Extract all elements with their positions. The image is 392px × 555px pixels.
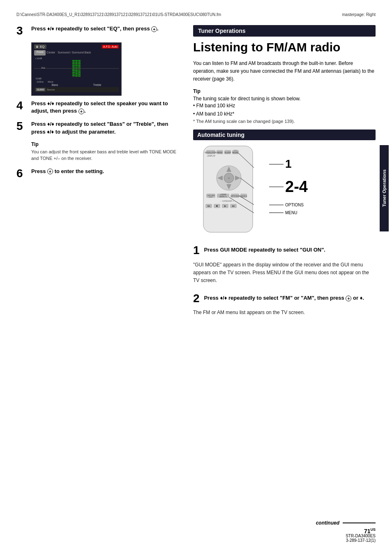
step-5: 5 Press ♦/♦ repeatedly to select "Bass" …	[16, 120, 181, 135]
right-tip-item-2: AM band 10 kHz*	[193, 110, 376, 118]
step-3-number: 3	[16, 25, 28, 37]
eq-auto: A.F.D. Auto	[102, 45, 119, 49]
sub-section-header: Automatic tuning	[193, 130, 376, 140]
page-footer: continued 71US	[316, 520, 376, 534]
eq-label: EQ	[40, 45, 45, 49]
svg-text:⏮: ⏮	[208, 205, 210, 207]
label-options: OPTIONS	[285, 203, 304, 207]
eq-bal-label: Bal	[42, 67, 45, 69]
eq-source-bar: SURR Source	[34, 87, 119, 92]
svg-text:MODE: MODE	[233, 151, 239, 154]
eq-8khz: 8kHz	[48, 81, 53, 83]
svg-text:+DISPLAY: +DISPLAY	[207, 155, 215, 157]
svg-text:⏹: ⏹	[216, 205, 218, 207]
eq-source-label: SURR	[36, 88, 45, 91]
eq-screen: EQ A.F.D. Auto Front Center Surround / S…	[31, 42, 122, 96]
eq-tab-front: Front	[34, 50, 46, 56]
section-intro: You can listen to FM and AM broadcasts t…	[193, 60, 376, 83]
remote-control-svg: RESOLUTION WIDE SLEEP MODE GUI +DISPLAY	[193, 145, 265, 236]
eq-plus-label: +10dB	[35, 57, 42, 60]
right-step-2-title: Press ♦/♦ repeatedly to select "FM" or "…	[204, 295, 364, 301]
right-step-2-num: 2	[193, 292, 200, 305]
eq-treble-label: Treble	[93, 83, 101, 86]
eq-100hz: 100Hz	[37, 81, 44, 83]
step-6: 6 Press + to enter the setting.	[16, 168, 181, 179]
right-column: Tuner Operations Listening to FM/AM radi…	[193, 25, 376, 322]
right-steps: 1 Press GUI MODE repeatedly to select "G…	[193, 242, 376, 317]
svg-text:⏭: ⏭	[232, 205, 235, 207]
label-menu-line	[269, 213, 284, 213]
eq-bars-area: +10dB Bal -10dB	[34, 57, 119, 80]
eq-header: EQ A.F.D. Auto	[34, 44, 119, 49]
circle-plus-icon-6: +	[47, 169, 53, 174]
svg-text:MENU ▸: MENU ▸	[219, 196, 227, 198]
step-6-content: Press + to enter the setting.	[31, 168, 181, 179]
step-4: 4 Press ♦/♦ repeatedly to select the spe…	[16, 100, 181, 115]
right-step-1-title: Press GUI MODE repeatedly to select "GUI…	[204, 247, 325, 253]
right-tip-section: Tip The tuning scale for direct tuning i…	[193, 88, 376, 124]
top-meta: D:\Cannes\STR-DA3400ES_U_R1\3289137121\3…	[16, 12, 376, 17]
step-4-title: Press ♦/♦ repeatedly to select the speak…	[31, 100, 181, 115]
svg-text:OPTIONS: OPTIONS	[231, 195, 240, 197]
svg-text:GUI: GUI	[234, 149, 237, 151]
circle-plus-icon-4: +	[78, 109, 84, 114]
circle-plus-icon: +	[151, 26, 157, 32]
left-tip-box: Tip You can adjust the front speaker bas…	[31, 141, 181, 162]
right-step-2-body: The FM or AM menu list appears on the TV…	[193, 309, 376, 317]
step-6-title: Press + to enter the setting.	[31, 168, 181, 175]
remote-svg: RESOLUTION WIDE SLEEP MODE GUI +DISPLAY	[193, 145, 265, 236]
eq-tab-surround: Surround / Surround Back	[58, 50, 91, 56]
label-menu: MENU	[285, 210, 297, 215]
eq-bar-3b	[78, 71, 81, 77]
eq-icon: EQ	[34, 44, 46, 49]
label-menu-row: MENU	[269, 210, 308, 215]
step-6-number: 6	[16, 168, 28, 179]
step-4-number: 4	[16, 100, 28, 115]
remote-area: RESOLUTION WIDE SLEEP MODE GUI +DISPLAY	[193, 145, 376, 236]
svg-text:← CATEGORY +: ← CATEGORY +	[220, 200, 234, 202]
right-tip-note: * The AM tuning scale can be changed (pa…	[193, 119, 376, 124]
label-1: 1	[285, 157, 292, 171]
page-sup: US	[370, 527, 376, 532]
page-container: D:\Cannes\STR-DA3400ES_U_R1\3289137121\3…	[0, 0, 392, 555]
step-4-content: Press ♦/♦ repeatedly to select the speak…	[31, 100, 181, 115]
two-col-layout: 3 Press ♦/♦ repeatedly to select "EQ", t…	[16, 25, 376, 322]
catalog-num: 3-289-137-12(1)	[346, 538, 376, 543]
eq-source-value: Source	[46, 88, 55, 91]
right-step-2: 2 Press ♦/♦ repeatedly to select "FM" or…	[193, 290, 376, 317]
eq-center-line	[34, 68, 119, 69]
step-5-title: Press ♦/♦ repeatedly to select "Bass" or…	[31, 120, 181, 135]
eq-bt-area: 100Hz 8kHz	[34, 81, 119, 83]
step-3-title: Press ♦/♦ repeatedly to select "EQ", the…	[31, 25, 181, 32]
masterpage: masterpage: Right	[342, 12, 376, 17]
side-tab: Tuner Operations	[380, 145, 389, 231]
svg-text:▶: ▶	[224, 205, 226, 207]
eq-tab-center: Center	[46, 50, 55, 56]
right-tip-intro: The tuning scale for direct tuning is sh…	[193, 96, 376, 102]
model-name: STR-DA3400ES	[346, 534, 376, 538]
label-24: 2-4	[285, 179, 308, 194]
right-step-1: 1 Press GUI MODE repeatedly to select "G…	[193, 242, 376, 284]
bottom-model-info: STR-DA3400ES 3-289-137-12(1)	[346, 534, 376, 543]
step-labels: 1 2-4 OPTIONS MENU	[269, 157, 308, 236]
eq-minus-label: -10dB	[35, 77, 42, 80]
label-1-line	[269, 164, 284, 164]
right-step-1-header: 1 Press GUI MODE repeatedly to select "G…	[193, 242, 376, 258]
svg-text:RESOLUTION: RESOLUTION	[205, 152, 217, 154]
continued-row: continued	[316, 520, 376, 526]
section-title: Listening to FM/AM radio	[193, 40, 376, 55]
svg-text:+: +	[228, 176, 230, 180]
right-step-1-body: "GUI MODE" appears in the display window…	[193, 261, 376, 285]
eq-tabs: Front Center Surround / Surround Back	[34, 50, 119, 56]
right-step-2-header: 2 Press ♦/♦ repeatedly to select "FM" or…	[193, 290, 376, 306]
step-3-content: Press ♦/♦ repeatedly to select "EQ", the…	[31, 25, 181, 37]
eq-screen-inner: EQ A.F.D. Auto Front Center Surround / S…	[32, 43, 121, 94]
step-5-number: 5	[16, 120, 28, 135]
eq-bass-treble-labels: Bass Treble	[34, 83, 119, 86]
left-column: 3 Press ♦/♦ repeatedly to select "EQ", t…	[16, 25, 181, 322]
label-options-line	[269, 205, 284, 205]
label-24-line	[269, 187, 284, 187]
svg-text:SLEEP: SLEEP	[224, 151, 231, 154]
continued-rule	[343, 523, 376, 523]
step-5-content: Press ♦/♦ repeatedly to select "Bass" or…	[31, 120, 181, 135]
